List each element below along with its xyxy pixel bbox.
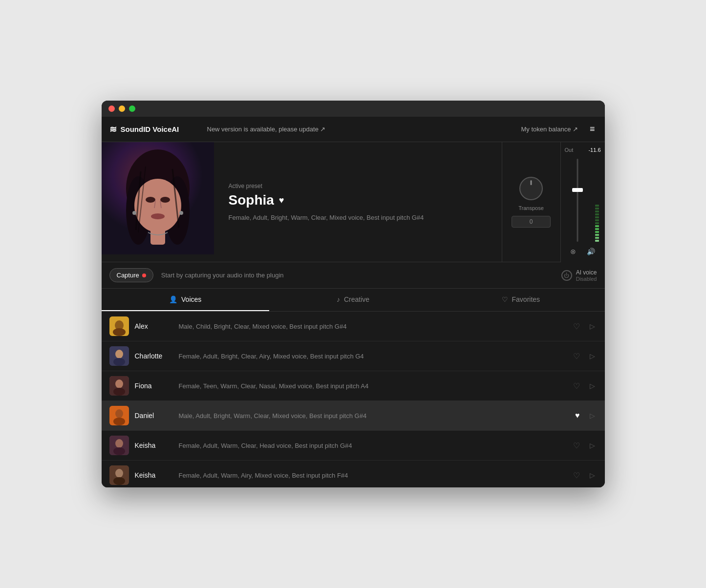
avatar-svg (109, 406, 129, 425)
play-button[interactable]: ▷ (588, 469, 597, 481)
fader-thumb[interactable] (572, 188, 583, 192)
favorite-button[interactable]: ♡ (571, 379, 582, 393)
svg-point-20 (115, 350, 123, 358)
capture-button[interactable]: Capture (109, 268, 153, 282)
svg-point-6 (146, 197, 155, 203)
svg-point-27 (113, 418, 125, 425)
transpose-label: Transpose (518, 205, 544, 211)
voice-name: Charlotte (135, 352, 179, 360)
vu-bar (595, 205, 599, 207)
voice-row[interactable]: Keisha Female, Adult, Warm, Airy, Mixed … (102, 461, 605, 487)
maximize-button[interactable] (129, 105, 135, 112)
voice-row-active[interactable]: Daniel Male, Adult, Bright, Warm, Clear,… (102, 401, 605, 431)
vu-bar-active (595, 231, 599, 233)
favorite-button[interactable]: ♡ (571, 350, 582, 363)
close-button[interactable] (108, 105, 115, 112)
tab-bar: 👤 Voices ♪ Creative ♡ Favorites (102, 289, 605, 312)
voices-tab-icon: 👤 (169, 295, 177, 303)
transpose-input[interactable]: 0 (512, 216, 551, 228)
avatar-charlotte (109, 346, 129, 366)
voice-row[interactable]: Charlotte Female, Adult, Bright, Clear, … (102, 341, 605, 371)
svg-point-10 (151, 213, 165, 219)
minimize-button[interactable] (119, 105, 125, 112)
vu-bar-active (595, 240, 599, 242)
play-button[interactable]: ▷ (588, 380, 597, 392)
transpose-panel: Transpose 0 (502, 142, 561, 262)
voice-tags: Female, Adult, Warm, Airy, Mixed voice, … (179, 472, 571, 479)
vu-bar (595, 222, 599, 224)
app-window: ≋ SoundID VoiceAI New version is availab… (102, 101, 605, 487)
favorite-button[interactable]: ♡ (571, 439, 582, 452)
play-button[interactable]: ▷ (588, 410, 597, 421)
voice-name: Daniel (135, 412, 179, 420)
capture-dot (142, 273, 146, 277)
preset-favorite-icon[interactable]: ♥ (279, 195, 284, 206)
transpose-knob[interactable] (519, 177, 543, 200)
avatar-fiona (109, 376, 129, 396)
vu-bar-active (595, 225, 599, 227)
volume-icon[interactable]: 🔊 (587, 248, 595, 255)
logo-text: SoundID VoiceAI (121, 125, 179, 133)
avatar-svg (109, 346, 129, 366)
play-button[interactable]: ▷ (588, 350, 597, 362)
avatar-svg (109, 436, 129, 455)
ai-voice-label: AI voice (576, 269, 597, 276)
logo: ≋ SoundID VoiceAI (109, 124, 207, 135)
artist-svg (102, 142, 214, 254)
vu-bar-active (595, 234, 599, 236)
svg-point-21 (113, 358, 125, 366)
title-bar (102, 101, 605, 117)
svg-point-11 (132, 211, 136, 215)
favorites-tab-icon: ♡ (502, 295, 508, 303)
menu-icon[interactable]: ≡ (588, 122, 597, 136)
voice-actions: ♡ ▷ (571, 320, 597, 333)
ai-voice-toggle[interactable]: ⏻ AI voice Disabled (561, 269, 597, 282)
power-icon[interactable]: ⏻ (561, 270, 572, 281)
out-label: Out -11.6 (565, 147, 601, 153)
play-button[interactable]: ▷ (588, 320, 597, 332)
svg-point-30 (113, 447, 125, 455)
fader-area[interactable] (565, 159, 590, 242)
voices-tab-label: Voices (181, 295, 201, 303)
svg-point-33 (113, 477, 125, 485)
voice-row[interactable]: Alex Male, Child, Bright, Clear, Mixed v… (102, 312, 605, 341)
header: ≋ SoundID VoiceAI New version is availab… (102, 117, 605, 142)
capture-button-label: Capture (117, 272, 139, 279)
artist-image (102, 142, 214, 254)
svg-point-26 (115, 409, 123, 418)
fader-rail (577, 159, 578, 242)
voice-actions: ♡ ▷ (571, 439, 597, 452)
avatar-svg (109, 465, 129, 485)
capture-bar: Capture Start by capturing your audio in… (102, 262, 605, 289)
vu-bar-active (595, 237, 599, 239)
favorite-button[interactable]: ♥ (573, 409, 582, 422)
capture-instruction: Start by capturing your audio into the p… (161, 272, 554, 279)
token-balance[interactable]: My token balance ↗ (521, 126, 578, 133)
active-preset-label: Active preset (229, 183, 487, 189)
favorite-button[interactable]: ♡ (571, 469, 582, 482)
link-icon[interactable]: ⊗ (570, 248, 576, 255)
favorite-button[interactable]: ♡ (571, 320, 582, 333)
svg-point-23 (115, 379, 123, 388)
update-notice[interactable]: New version is available, please update … (207, 126, 521, 133)
vu-bar-active (595, 228, 599, 230)
tab-voices[interactable]: 👤 Voices (102, 289, 269, 311)
vu-bar (595, 216, 599, 218)
preset-name-text: Sophia (229, 192, 274, 208)
svg-point-18 (113, 328, 126, 336)
tab-creative[interactable]: ♪ Creative (269, 289, 437, 311)
favorites-tab-label: Favorites (512, 295, 540, 303)
voice-row[interactable]: Keisha Female, Adult, Warm, Clear, Head … (102, 431, 605, 461)
vu-bar (595, 213, 599, 215)
avatar-alex (109, 316, 129, 336)
avatar-keisha1 (109, 436, 129, 455)
play-button[interactable]: ▷ (588, 440, 597, 451)
voice-row[interactable]: Fiona Female, Teen, Warm, Clear, Nasal, … (102, 371, 605, 401)
tab-favorites[interactable]: ♡ Favorites (437, 289, 604, 311)
voice-actions: ♡ ▷ (571, 379, 597, 393)
voice-actions: ♡ ▷ (571, 350, 597, 363)
voice-actions: ♥ ▷ (573, 409, 597, 422)
svg-point-29 (115, 439, 123, 448)
left-panel: Active preset Sophia ♥ Female, Adult, Br… (102, 142, 561, 262)
voice-name: Keisha (135, 441, 179, 449)
